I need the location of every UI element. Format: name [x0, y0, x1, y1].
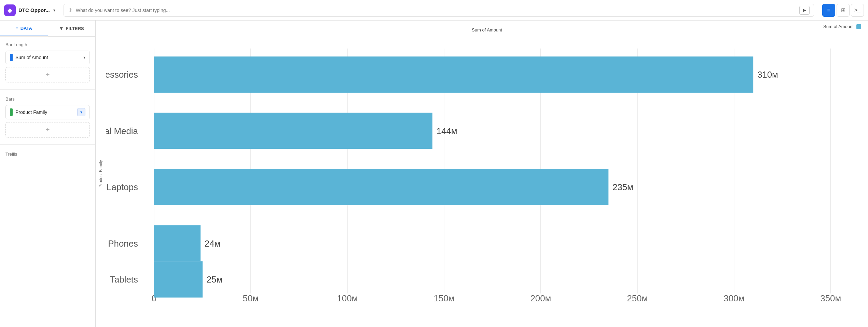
- svg-text:Tablets: Tablets: [110, 275, 138, 284]
- chart-inner: 0 50м 100м 150м 200м 250м 300м 350м 310м…: [106, 34, 868, 320]
- sidebar: ≡ DATA ▼ FILTERS Bar Length Sum of Amoun…: [0, 21, 96, 327]
- main-layout: ≡ DATA ▼ FILTERS Bar Length Sum of Amoun…: [0, 21, 868, 327]
- tab-filters[interactable]: ▼ FILTERS: [48, 21, 96, 36]
- app-title: DTC Oppor...: [18, 7, 50, 13]
- code-view-button[interactable]: >_: [851, 4, 864, 17]
- sum-of-amount-label: Sum of Amount: [15, 55, 81, 60]
- app-icon: ◆: [4, 4, 16, 16]
- svg-text:350м: 350м: [820, 294, 841, 303]
- code-icon: >_: [854, 7, 860, 13]
- svg-text:Accessories: Accessories: [106, 70, 138, 79]
- bar-chart-svg: 0 50м 100м 150м 200м 250м 300м 350м 310м…: [106, 34, 868, 320]
- trellis-section: Trellis: [0, 146, 95, 166]
- bars-pill-icon: [10, 108, 13, 116]
- product-family-dropdown-button[interactable]: ▾: [77, 108, 85, 116]
- svg-text:310м: 310м: [757, 70, 778, 79]
- svg-text:Digital Media: Digital Media: [106, 126, 138, 136]
- tab-data-label: DATA: [20, 26, 32, 31]
- svg-text:300м: 300м: [724, 294, 744, 303]
- sum-of-amount-arrow: ▾: [83, 55, 85, 60]
- chart-icon: ≡: [827, 7, 830, 13]
- grid-icon: ⊞: [841, 7, 845, 13]
- app-dropdown-arrow[interactable]: ▾: [53, 8, 55, 13]
- topbar: ◆ DTC Oppor... ▾ ✳ ▶ ≡ ⊞ >_: [0, 0, 868, 21]
- product-family-pill[interactable]: Product Family ▾: [5, 105, 90, 119]
- svg-text:24м: 24м: [205, 239, 220, 248]
- svg-text:Phones: Phones: [108, 239, 138, 248]
- divider-1: [0, 89, 95, 90]
- svg-text:150м: 150м: [433, 294, 454, 303]
- bar-length-label: Bar Length: [5, 42, 90, 47]
- search-play-button[interactable]: ▶: [799, 6, 810, 15]
- svg-text:144м: 144м: [437, 126, 457, 136]
- sidebar-tabs: ≡ DATA ▼ FILTERS: [0, 21, 95, 37]
- bar-laptops[interactable]: [154, 169, 608, 205]
- filters-tab-icon: ▼: [59, 26, 64, 31]
- tab-data[interactable]: ≡ DATA: [0, 21, 48, 36]
- chart-svg-wrapper: Sum of Amount: [106, 27, 868, 320]
- bar-phones[interactable]: [154, 225, 201, 261]
- bars-label: Bars: [5, 96, 90, 102]
- product-family-label: Product Family: [15, 109, 74, 115]
- svg-text:235м: 235м: [612, 182, 633, 192]
- svg-text:200м: 200м: [530, 294, 551, 303]
- sum-of-amount-pill[interactable]: Sum of Amount ▾: [5, 51, 90, 64]
- x-axis-title: Sum of Amount: [106, 27, 868, 34]
- svg-text:50м: 50м: [243, 294, 259, 303]
- svg-text:100м: 100м: [337, 294, 358, 303]
- divider-2: [0, 144, 95, 145]
- bar-length-section: Bar Length Sum of Amount ▾ +: [0, 37, 95, 88]
- chart-container: Product Family Sum of Amount: [96, 21, 868, 327]
- data-tab-icon: ≡: [16, 25, 18, 31]
- bar-length-pill-icon: [10, 54, 13, 61]
- bars-section: Bars Product Family ▾ +: [0, 91, 95, 143]
- bars-add-button[interactable]: +: [5, 122, 90, 138]
- bar-digital-media[interactable]: [154, 113, 432, 149]
- chart-view-button[interactable]: ≡: [822, 4, 835, 17]
- svg-text:25м: 25м: [207, 275, 223, 284]
- topbar-actions: ≡ ⊞ >_: [822, 4, 864, 17]
- bar-tablets[interactable]: [154, 261, 203, 298]
- grid-view-button[interactable]: ⊞: [837, 4, 850, 17]
- svg-text:Laptops: Laptops: [107, 182, 138, 192]
- bar-length-add-button[interactable]: +: [5, 67, 90, 82]
- bar-accessories[interactable]: [154, 56, 753, 93]
- svg-text:250м: 250м: [627, 294, 648, 303]
- search-bar: ✳ ▶: [64, 4, 814, 17]
- search-input[interactable]: [76, 8, 797, 13]
- search-star-icon: ✳: [68, 6, 73, 14]
- y-axis-label: Product Family: [96, 160, 106, 187]
- trellis-label: Trellis: [5, 152, 90, 157]
- play-icon: ▶: [803, 8, 806, 13]
- tab-filters-label: FILTERS: [66, 26, 84, 31]
- chart-area: Sum of Amount Product Family Sum of Amou…: [96, 21, 868, 327]
